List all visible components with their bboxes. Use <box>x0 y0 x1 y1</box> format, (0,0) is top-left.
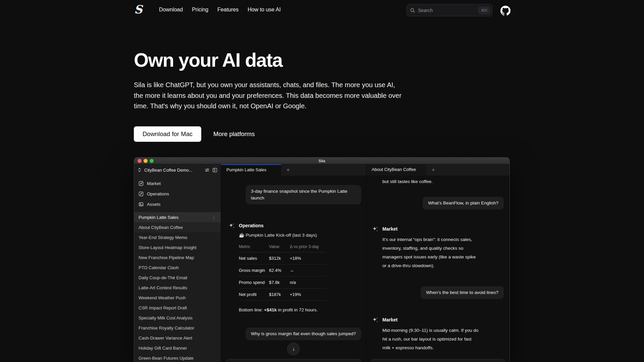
center-chat: 3-day finance snapshot since the Pumpkin… <box>221 176 366 362</box>
tab-about-citybean-coffee[interactable]: About CityBean Coffee <box>366 164 426 176</box>
nav-link-download[interactable]: Download <box>159 7 183 13</box>
assistant-heading: Operations <box>239 223 361 228</box>
minimize-window-icon[interactable] <box>144 159 148 163</box>
sidebar-item-label: Market <box>147 181 161 186</box>
assistant-text: Mid-morning (9:30–11) is usually calm. I… <box>382 326 480 352</box>
download-for-mac-button[interactable]: Download for Mac <box>134 126 201 142</box>
chevron-up-down-icon <box>138 168 142 172</box>
chat-input[interactable] <box>371 359 505 362</box>
bottom-line-prefix: Bottom line: <box>239 307 264 312</box>
window-titlebar[interactable]: Sila <box>134 158 509 164</box>
window-title: Sila <box>134 158 509 164</box>
table-header: Δ vs prior 3-day <box>290 242 326 252</box>
thread-item[interactable]: Franchise Royalty Calculator <box>134 323 221 333</box>
thread-label: Franchise Royalty Calculator <box>139 325 194 330</box>
toggle-sidebar-icon[interactable] <box>212 168 217 173</box>
image-icon <box>139 202 144 207</box>
sidebar-item-market[interactable]: Market <box>134 178 221 189</box>
thread-item[interactable]: PTO Calendar Clash <box>134 262 221 273</box>
compose-icon <box>139 191 144 196</box>
table-row: Gross margin 62.4% ↔ <box>239 264 326 277</box>
page-title: Own your AI data <box>134 49 282 71</box>
search-box[interactable]: ⌘K <box>407 4 492 16</box>
table-cell: +18% <box>290 252 326 264</box>
thread-item[interactable]: Green-Bean Futures Update <box>134 353 221 362</box>
compose-icon <box>139 181 144 186</box>
sidebar-item-operations[interactable]: Operations <box>134 189 221 199</box>
thread-label: Year-End Strategy Memo <box>139 235 187 240</box>
thread-item[interactable]: Specialty Milk Cost Analysis <box>134 313 221 323</box>
thread-item[interactable]: Daily Coup-de-Thé Email <box>134 273 221 283</box>
github-icon[interactable] <box>500 6 511 16</box>
table-cell: n/a <box>290 277 326 289</box>
nav-links: Download Pricing Features How to use AI <box>159 0 281 19</box>
table-cell: Net sales <box>239 252 269 264</box>
table-row: Net sales $312k +18% <box>239 252 326 264</box>
bottom-line-suffix: in profit in 72 hours. <box>277 307 318 312</box>
sparkle-icon <box>372 226 378 234</box>
thread-label: Cash-Drawer Variance Alert <box>139 336 192 341</box>
thread-label: About CityBean Coffee <box>139 225 183 230</box>
sidebar-item-label: Operations <box>147 191 169 196</box>
more-platforms-button[interactable]: More platforms <box>213 130 255 138</box>
workspace-switcher[interactable]: CityBean Coffee Demo... <box>134 164 221 176</box>
table-cell: ↔ <box>290 264 326 277</box>
thread-item[interactable]: Cash-Drawer Variance Alert <box>134 333 221 343</box>
new-tab-button[interactable]: + <box>281 164 295 176</box>
sidebar-assistants: Market Operations Assets <box>134 178 221 209</box>
close-window-icon[interactable] <box>138 159 142 163</box>
right-pane: About CityBean Coffee + but still tastes… <box>366 164 509 362</box>
cta-row: Download for Mac More platforms <box>134 126 255 142</box>
thread-list: Pumpkin Latte Sales ⋮ About CityBean Cof… <box>134 212 221 362</box>
table-cell: $312k <box>269 252 290 264</box>
table-row: Net profit $187k +19% <box>239 289 326 301</box>
thread-item[interactable]: Holiday Gift Card Banner <box>134 343 221 353</box>
thread-item[interactable]: Pumpkin Latte Sales ⋮ <box>134 212 221 222</box>
zoom-window-icon[interactable] <box>150 159 154 163</box>
table-cell: Gross margin <box>239 264 269 277</box>
center-tabstrip: Pumpkin Latte Sales + <box>221 164 366 176</box>
thread-item[interactable]: Store-Layout Heatmap Insight <box>134 242 221 252</box>
table-cell: $7.8k <box>269 277 290 289</box>
thread-item[interactable]: Weekend Weather Push <box>134 293 221 303</box>
new-tab-button[interactable]: + <box>426 164 440 176</box>
sila-logo[interactable]: S <box>134 3 143 16</box>
table-header: Metric <box>239 242 269 252</box>
thread-label: Latte-Art Contest Results <box>139 285 187 290</box>
workspace-name: CityBean Coffee Demo... <box>144 168 202 173</box>
search-input[interactable] <box>418 8 479 13</box>
tab-pumpkin-latte-sales[interactable]: Pumpkin Latte Sales <box>221 164 281 176</box>
search-shortcut-badge: ⌘K <box>479 7 490 14</box>
nav-link-features[interactable]: Features <box>217 7 238 13</box>
thread-label: Pumpkin Latte Sales <box>139 215 178 220</box>
thread-item[interactable]: About CityBean Coffee <box>134 222 221 232</box>
thread-item[interactable]: CSR Impact Report Draft <box>134 303 221 313</box>
thread-item[interactable]: Latte-Art Contest Results <box>134 283 221 293</box>
nav-link-how-to-use-ai[interactable]: How to use AI <box>248 7 281 13</box>
assistant-subheading: ☕ Pumpkin Latte Kick-off (last 3 days) <box>239 232 361 238</box>
assistant-text-fragment: but still tastes like coffee. <box>371 179 504 184</box>
thread-options-icon[interactable]: ⋮ <box>212 215 216 220</box>
nav-link-pricing[interactable]: Pricing <box>192 7 208 13</box>
thread-item[interactable]: New Franchise Pipeline Map <box>134 252 221 262</box>
table-row: Promo spend $7.8k n/a <box>239 277 326 289</box>
traffic-lights <box>138 159 154 163</box>
hero-subtitle: Sila is like ChatGPT, but you own your a… <box>134 80 402 112</box>
bottom-line-value: +$41k <box>264 307 277 312</box>
scroll-to-bottom-button[interactable]: ↓ <box>287 343 300 355</box>
thread-label: New Franchise Pipeline Map <box>139 255 194 260</box>
chat-input[interactable] <box>226 359 361 362</box>
search-icon <box>410 8 415 13</box>
thread-label: CSR Impact Report Draft <box>139 305 187 310</box>
sidebar-item-assets[interactable]: Assets <box>134 199 221 209</box>
sila-app-window: Sila CityBean Coffee Demo... <box>134 157 510 362</box>
filter-sliders-icon[interactable] <box>205 168 210 173</box>
sparkle-icon <box>229 223 235 230</box>
table-cell: Promo spend <box>239 277 269 289</box>
thread-item[interactable]: Year-End Strategy Memo <box>134 232 221 242</box>
sidebar-item-label: Assets <box>147 202 161 207</box>
thread-label: Specialty Milk Cost Analysis <box>139 315 193 320</box>
user-message: When’s the best time to avoid lines? <box>421 286 504 299</box>
assistant-message: Operations ☕ Pumpkin Latte Kick-off (las… <box>226 223 361 312</box>
thread-label: Holiday Gift Card Banner <box>139 346 187 351</box>
